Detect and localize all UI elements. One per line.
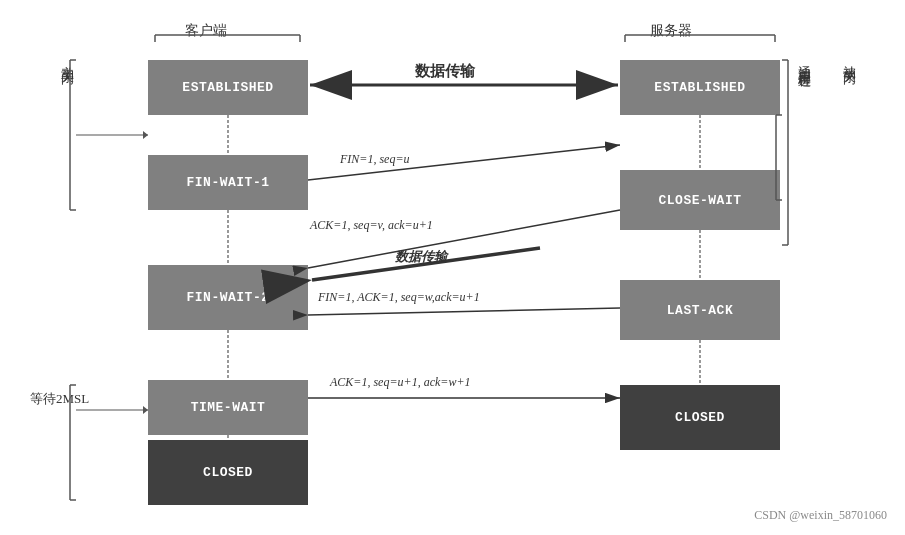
state-lastack: LAST-ACK	[620, 280, 780, 340]
data-transfer-top-label: 数据传输	[415, 62, 475, 81]
state-closed-client: CLOSED	[148, 440, 308, 505]
watermark: CSDN @weixin_58701060	[754, 508, 887, 523]
state-timewait: TIME-WAIT	[148, 380, 308, 435]
state-closed-server: CLOSED	[620, 385, 780, 450]
tcp-diagram: 客户端 服务器 主动关闭 被动关闭 通知应用进程 等待2MSL ESTABLIS…	[0, 0, 905, 535]
state-established-client: ESTABLISHED	[148, 60, 308, 115]
wait-2msl-label: 等待2MSL	[30, 390, 89, 408]
arrow3-label: FIN=1, ACK=1, seq=w,ack=u+1	[318, 290, 480, 305]
svg-marker-20	[143, 131, 148, 139]
state-closewait: CLOSE-WAIT	[620, 170, 780, 230]
state-finwait2: FIN-WAIT-2	[148, 265, 308, 330]
arrow2-label: ACK=1, seq=v, ack=u+1	[310, 218, 433, 233]
passive-close-label: 被动关闭	[840, 55, 858, 175]
notify-app-label: 通知应用进程	[795, 55, 813, 175]
state-established-server: ESTABLISHED	[620, 60, 780, 115]
arrow4-label: ACK=1, seq=u+1, ack=w+1	[330, 375, 470, 390]
state-finwait1: FIN-WAIT-1	[148, 155, 308, 210]
arrow1-label: FIN=1, seq=u	[340, 152, 410, 167]
server-label: 服务器	[650, 22, 692, 40]
data-transfer-mid-label: 数据传输	[395, 248, 447, 266]
client-label: 客户端	[185, 22, 227, 40]
svg-line-30	[308, 308, 620, 315]
active-close-label: 主动关闭	[58, 55, 76, 175]
